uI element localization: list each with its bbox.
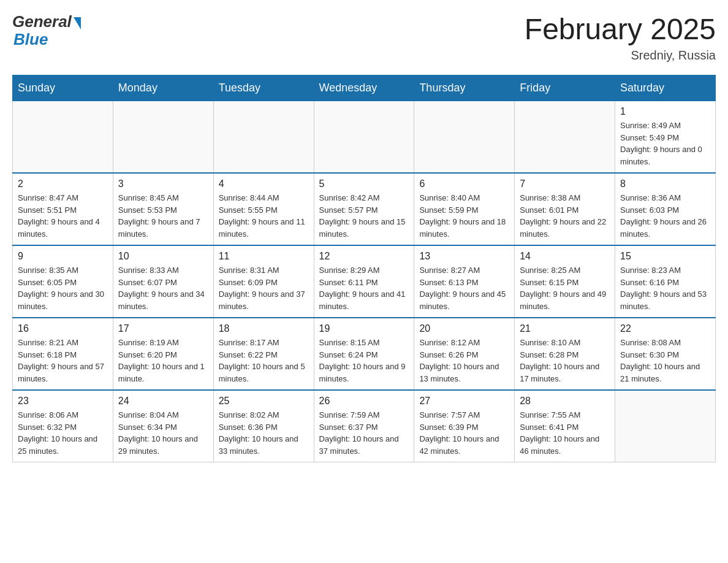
month-title: February 2025	[525, 12, 716, 46]
table-row: 22Sunrise: 8:08 AMSunset: 6:30 PMDayligh…	[615, 318, 716, 390]
table-row: 7Sunrise: 8:38 AMSunset: 6:01 PMDaylight…	[515, 173, 615, 245]
calendar-header-row: Sunday Monday Tuesday Wednesday Thursday…	[13, 75, 716, 101]
table-row: 6Sunrise: 8:40 AMSunset: 5:59 PMDaylight…	[414, 173, 515, 245]
col-thursday: Thursday	[414, 75, 515, 101]
day-number: 21	[520, 323, 610, 334]
day-info: Sunrise: 8:42 AMSunset: 5:57 PMDaylight:…	[319, 192, 409, 240]
day-number: 19	[319, 323, 409, 334]
day-number: 24	[118, 396, 208, 407]
day-number: 20	[419, 323, 509, 334]
day-number: 17	[118, 323, 208, 334]
table-row: 12Sunrise: 8:29 AMSunset: 6:11 PMDayligh…	[314, 245, 414, 318]
day-info: Sunrise: 8:38 AMSunset: 6:01 PMDaylight:…	[520, 192, 610, 240]
day-info: Sunrise: 8:31 AMSunset: 6:09 PMDaylight:…	[219, 264, 309, 312]
table-row: 15Sunrise: 8:23 AMSunset: 6:16 PMDayligh…	[615, 245, 716, 318]
table-row	[213, 101, 314, 174]
table-row	[615, 390, 716, 462]
day-info: Sunrise: 8:47 AMSunset: 5:51 PMDaylight:…	[18, 192, 108, 240]
day-number: 7	[520, 178, 610, 190]
day-info: Sunrise: 8:49 AMSunset: 5:49 PMDaylight:…	[620, 120, 710, 167]
table-row: 23Sunrise: 8:06 AMSunset: 6:32 PMDayligh…	[13, 390, 113, 462]
table-row: 5Sunrise: 8:42 AMSunset: 5:57 PMDaylight…	[314, 173, 414, 245]
calendar-week-row: 16Sunrise: 8:21 AMSunset: 6:18 PMDayligh…	[13, 318, 716, 390]
logo-blue-text: Blue	[13, 30, 48, 49]
day-number: 22	[620, 323, 710, 334]
day-number: 18	[219, 323, 309, 334]
table-row: 8Sunrise: 8:36 AMSunset: 6:03 PMDaylight…	[615, 173, 716, 245]
day-info: Sunrise: 7:55 AMSunset: 6:41 PMDaylight:…	[520, 409, 610, 457]
table-row	[13, 101, 113, 174]
day-info: Sunrise: 8:23 AMSunset: 6:16 PMDaylight:…	[620, 264, 710, 312]
location-text: Sredniy, Russia	[525, 48, 716, 63]
table-row	[515, 101, 615, 174]
col-wednesday: Wednesday	[314, 75, 414, 101]
day-info: Sunrise: 8:33 AMSunset: 6:07 PMDaylight:…	[118, 264, 208, 312]
day-number: 28	[520, 396, 610, 407]
day-number: 25	[219, 396, 309, 407]
day-info: Sunrise: 8:35 AMSunset: 6:05 PMDaylight:…	[18, 264, 108, 312]
table-row: 25Sunrise: 8:02 AMSunset: 6:36 PMDayligh…	[213, 390, 314, 462]
table-row: 2Sunrise: 8:47 AMSunset: 5:51 PMDaylight…	[13, 173, 113, 245]
day-number: 26	[319, 396, 409, 407]
day-number: 13	[419, 251, 509, 262]
day-info: Sunrise: 8:19 AMSunset: 6:20 PMDaylight:…	[118, 337, 208, 385]
day-info: Sunrise: 8:29 AMSunset: 6:11 PMDaylight:…	[319, 264, 409, 312]
table-row: 4Sunrise: 8:44 AMSunset: 5:55 PMDaylight…	[213, 173, 314, 245]
table-row	[314, 101, 414, 174]
day-number: 15	[620, 251, 710, 262]
day-info: Sunrise: 8:02 AMSunset: 6:36 PMDaylight:…	[219, 409, 309, 457]
calendar-week-row: 1Sunrise: 8:49 AMSunset: 5:49 PMDaylight…	[13, 101, 716, 174]
day-info: Sunrise: 8:44 AMSunset: 5:55 PMDaylight:…	[219, 192, 309, 240]
table-row: 28Sunrise: 7:55 AMSunset: 6:41 PMDayligh…	[515, 390, 615, 462]
day-info: Sunrise: 7:57 AMSunset: 6:39 PMDaylight:…	[419, 409, 509, 457]
day-number: 23	[18, 396, 108, 407]
day-number: 14	[520, 251, 610, 262]
table-row	[414, 101, 515, 174]
day-number: 3	[118, 178, 208, 190]
table-row: 20Sunrise: 8:12 AMSunset: 6:26 PMDayligh…	[414, 318, 515, 390]
day-info: Sunrise: 8:25 AMSunset: 6:15 PMDaylight:…	[520, 264, 610, 312]
day-info: Sunrise: 8:45 AMSunset: 5:53 PMDaylight:…	[118, 192, 208, 240]
table-row: 26Sunrise: 7:59 AMSunset: 6:37 PMDayligh…	[314, 390, 414, 462]
day-number: 5	[319, 178, 409, 190]
day-number: 16	[18, 323, 108, 334]
day-info: Sunrise: 8:17 AMSunset: 6:22 PMDaylight:…	[219, 337, 309, 385]
day-number: 12	[319, 251, 409, 262]
day-number: 4	[219, 178, 309, 190]
day-info: Sunrise: 8:40 AMSunset: 5:59 PMDaylight:…	[419, 192, 509, 240]
calendar-table: Sunday Monday Tuesday Wednesday Thursday…	[12, 75, 716, 462]
table-row: 11Sunrise: 8:31 AMSunset: 6:09 PMDayligh…	[213, 245, 314, 318]
logo-general-text: General	[12, 12, 72, 31]
table-row: 10Sunrise: 8:33 AMSunset: 6:07 PMDayligh…	[113, 245, 213, 318]
day-info: Sunrise: 8:27 AMSunset: 6:13 PMDaylight:…	[419, 264, 509, 312]
table-row: 14Sunrise: 8:25 AMSunset: 6:15 PMDayligh…	[515, 245, 615, 318]
col-friday: Friday	[515, 75, 615, 101]
table-row: 18Sunrise: 8:17 AMSunset: 6:22 PMDayligh…	[213, 318, 314, 390]
day-info: Sunrise: 8:04 AMSunset: 6:34 PMDaylight:…	[118, 409, 208, 457]
day-number: 27	[419, 396, 509, 407]
table-row: 19Sunrise: 8:15 AMSunset: 6:24 PMDayligh…	[314, 318, 414, 390]
calendar-week-row: 9Sunrise: 8:35 AMSunset: 6:05 PMDaylight…	[13, 245, 716, 318]
day-info: Sunrise: 8:10 AMSunset: 6:28 PMDaylight:…	[520, 337, 610, 385]
table-row: 24Sunrise: 8:04 AMSunset: 6:34 PMDayligh…	[113, 390, 213, 462]
table-row	[113, 101, 213, 174]
col-saturday: Saturday	[615, 75, 716, 101]
table-row: 17Sunrise: 8:19 AMSunset: 6:20 PMDayligh…	[113, 318, 213, 390]
day-info: Sunrise: 8:36 AMSunset: 6:03 PMDaylight:…	[620, 192, 710, 240]
day-info: Sunrise: 8:08 AMSunset: 6:30 PMDaylight:…	[620, 337, 710, 385]
day-info: Sunrise: 8:15 AMSunset: 6:24 PMDaylight:…	[319, 337, 409, 385]
calendar-week-row: 23Sunrise: 8:06 AMSunset: 6:32 PMDayligh…	[13, 390, 716, 462]
table-row: 13Sunrise: 8:27 AMSunset: 6:13 PMDayligh…	[414, 245, 515, 318]
table-row: 21Sunrise: 8:10 AMSunset: 6:28 PMDayligh…	[515, 318, 615, 390]
day-number: 2	[18, 178, 108, 190]
day-number: 6	[419, 178, 509, 190]
day-number: 9	[18, 251, 108, 262]
col-tuesday: Tuesday	[213, 75, 314, 101]
day-number: 1	[620, 106, 710, 117]
day-info: Sunrise: 8:21 AMSunset: 6:18 PMDaylight:…	[18, 337, 108, 385]
day-number: 8	[620, 178, 710, 190]
table-row: 27Sunrise: 7:57 AMSunset: 6:39 PMDayligh…	[414, 390, 515, 462]
day-info: Sunrise: 7:59 AMSunset: 6:37 PMDaylight:…	[319, 409, 409, 457]
day-number: 10	[118, 251, 208, 262]
col-monday: Monday	[113, 75, 213, 101]
